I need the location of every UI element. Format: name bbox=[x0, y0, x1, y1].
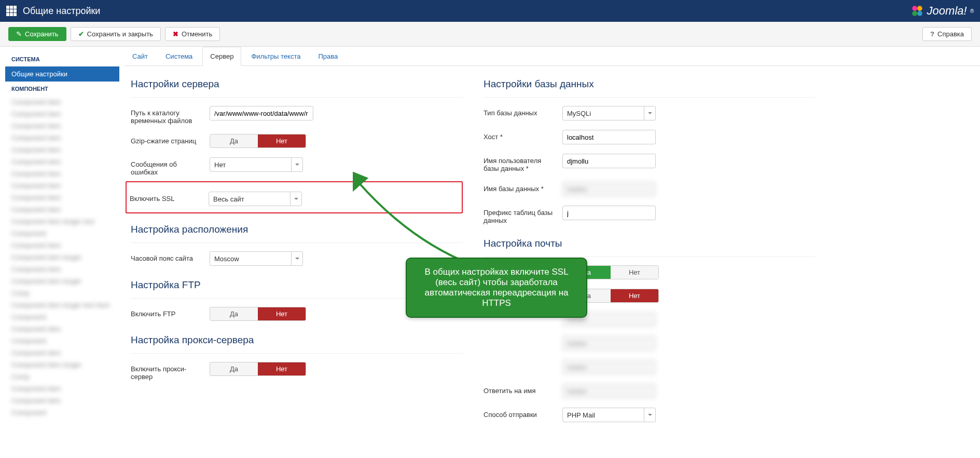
proxy-yes[interactable]: Да bbox=[210, 362, 258, 375]
check-icon: ✔ bbox=[78, 30, 84, 38]
db-prefix-input[interactable] bbox=[562, 206, 656, 220]
ftp-no[interactable]: Нет bbox=[258, 307, 306, 320]
sidebar-item-blurred[interactable]: Component item bbox=[5, 168, 119, 180]
sidebar-item-blurred[interactable]: Component item bbox=[5, 96, 119, 108]
tab-bar: Сайт Система Сервер Фильтры текста Права bbox=[125, 47, 980, 66]
mail-hidden-input-3[interactable] bbox=[562, 336, 656, 351]
db-host-label: Хост * bbox=[484, 130, 562, 141]
error-reporting-select[interactable]: Нет bbox=[210, 157, 303, 172]
ftp-enable-label: Включить FTP bbox=[131, 307, 210, 318]
gzip-switch[interactable]: Да Нет bbox=[210, 134, 306, 148]
sidebar-item-blurred[interactable]: Component item bbox=[5, 383, 119, 395]
db-name-label: Имя базы данных * bbox=[484, 182, 562, 193]
section-mail: Настройка почты bbox=[484, 234, 816, 257]
sidebar-item-blurred[interactable]: Component item longer bbox=[5, 251, 119, 263]
chevron-down-icon bbox=[644, 408, 655, 422]
sidebar-heading-component: КОМПОНЕНТ bbox=[5, 82, 119, 96]
joomla-logo: Joomla!® bbox=[910, 4, 974, 18]
ftp-yes[interactable]: Да bbox=[210, 307, 258, 320]
sidebar-item-blurred[interactable]: Component item bbox=[5, 323, 119, 335]
annotation-callout: В общих настройках включите SSL (весь са… bbox=[406, 258, 587, 318]
sidebar-item-blurred[interactable]: Component item bbox=[5, 263, 119, 275]
sidebar-item-blurred[interactable]: Component item bbox=[5, 144, 119, 156]
save-close-button[interactable]: ✔ Сохранить и закрыть bbox=[71, 27, 161, 41]
section-location: Настройка расположения bbox=[131, 220, 463, 243]
chevron-down-icon bbox=[290, 192, 301, 206]
section-server-settings: Настройки сервера bbox=[131, 74, 463, 98]
svg-point-3 bbox=[917, 11, 922, 16]
section-database: Настройки базы данных bbox=[484, 74, 816, 98]
tab-server[interactable]: Сервер bbox=[202, 47, 241, 66]
mailer-select[interactable]: PHP Mail bbox=[562, 408, 656, 422]
gzip-yes[interactable]: Да bbox=[210, 134, 258, 147]
sidebar-item-blurred[interactable]: Component item bbox=[5, 239, 119, 251]
proxy-enable-label: Включить прокси-сервер bbox=[131, 362, 210, 381]
timezone-label: Часовой пояс сайта bbox=[131, 251, 210, 262]
ftp-switch[interactable]: Да Нет bbox=[210, 307, 306, 321]
timezone-select[interactable]: Moscow bbox=[210, 251, 303, 266]
action-toolbar: ✎ Сохранить ✔ Сохранить и закрыть ✖ Отме… bbox=[0, 22, 980, 47]
sidebar-item-blurred[interactable]: Component item bbox=[5, 108, 119, 120]
cancel-button[interactable]: ✖ Отменить bbox=[165, 27, 220, 41]
chevron-down-icon bbox=[644, 106, 655, 120]
mail-hidden-input-4[interactable] bbox=[562, 360, 656, 374]
sidebar-item-blurred[interactable]: Comp bbox=[5, 371, 119, 383]
sidebar: СИСТЕМА Общие настройки КОМПОНЕНТ Compon… bbox=[0, 47, 125, 442]
svg-point-0 bbox=[912, 6, 917, 11]
proxy-switch[interactable]: Да Нет bbox=[210, 362, 306, 376]
ssl-label: Включить SSL bbox=[130, 192, 209, 203]
gzip-no[interactable]: Нет bbox=[258, 134, 306, 147]
tmp-path-label: Путь к каталогу временных файлов bbox=[131, 106, 210, 125]
tab-filters[interactable]: Фильтры текста bbox=[243, 47, 308, 66]
db-user-input[interactable] bbox=[562, 154, 656, 168]
grid-icon bbox=[6, 6, 17, 16]
tab-system[interactable]: Система bbox=[158, 47, 200, 66]
sidebar-item-blurred[interactable]: Component item bbox=[5, 192, 119, 204]
sidebar-item-blurred[interactable]: Component item bbox=[5, 395, 119, 407]
sidebar-item-blurred[interactable]: Component item bbox=[5, 347, 119, 359]
mail-hidden-no[interactable]: Нет bbox=[611, 289, 658, 302]
sidebar-heading-system: СИСТЕМА bbox=[5, 52, 119, 66]
sidebar-item-blurred[interactable]: Component item longer bbox=[5, 275, 119, 287]
sidebar-item-blurred[interactable]: Comp bbox=[5, 287, 119, 299]
cancel-icon: ✖ bbox=[173, 30, 178, 38]
sidebar-item-blurred[interactable]: Component item bbox=[5, 132, 119, 144]
sidebar-item-blurred[interactable]: Component item bbox=[5, 120, 119, 132]
mail-reply-input[interactable] bbox=[562, 384, 656, 398]
svg-point-2 bbox=[912, 11, 917, 16]
db-type-label: Тип базы данных bbox=[484, 106, 562, 117]
ssl-select[interactable]: Весь сайт bbox=[209, 192, 302, 206]
sidebar-item-blurred[interactable]: Component bbox=[5, 407, 119, 419]
sidebar-item-blurred[interactable]: Component bbox=[5, 227, 119, 239]
app-header: Общие настройки Joomla!® bbox=[0, 0, 980, 22]
gzip-label: Gzip-сжатие страниц bbox=[131, 134, 210, 145]
sidebar-item-blurred[interactable]: Component item longer text bbox=[5, 215, 119, 227]
tmp-path-input[interactable] bbox=[210, 106, 313, 120]
mail-send-no[interactable]: Нет bbox=[611, 266, 658, 279]
sidebar-item-blurred[interactable]: Component item longer text here bbox=[5, 299, 119, 311]
db-name-input[interactable] bbox=[562, 182, 656, 196]
db-host-input[interactable] bbox=[562, 130, 656, 144]
sidebar-item-blurred[interactable]: Component bbox=[5, 311, 119, 323]
sidebar-item-blurred[interactable]: Component item bbox=[5, 156, 119, 168]
sidebar-item-blurred[interactable]: Component item bbox=[5, 204, 119, 215]
db-user-label: Имя пользователя базы данных * bbox=[484, 154, 562, 172]
ssl-highlight-box: Включить SSL Весь сайт bbox=[126, 181, 463, 213]
sidebar-item-general[interactable]: Общие настройки bbox=[5, 66, 119, 82]
db-type-select[interactable]: MySQLi bbox=[562, 106, 656, 120]
sidebar-item-blurred[interactable]: Component item bbox=[5, 180, 119, 192]
mail-hidden-label-4 bbox=[484, 360, 562, 363]
svg-point-1 bbox=[917, 6, 922, 11]
sidebar-item-blurred[interactable]: Component item longer bbox=[5, 359, 119, 371]
sidebar-item-blurred[interactable]: Component bbox=[5, 335, 119, 347]
mail-hidden-label-3 bbox=[484, 336, 562, 339]
page-title: Общие настройки bbox=[23, 6, 100, 17]
proxy-no[interactable]: Нет bbox=[258, 362, 306, 375]
help-button[interactable]: ? Справка bbox=[922, 27, 972, 41]
save-button[interactable]: ✎ Сохранить bbox=[8, 27, 66, 41]
tab-permissions[interactable]: Права bbox=[310, 47, 346, 66]
tab-site[interactable]: Сайт bbox=[125, 47, 156, 66]
mailer-label: Способ отправки bbox=[484, 408, 562, 419]
save-icon: ✎ bbox=[16, 30, 22, 38]
section-proxy: Настройка прокси-сервера bbox=[131, 330, 463, 354]
